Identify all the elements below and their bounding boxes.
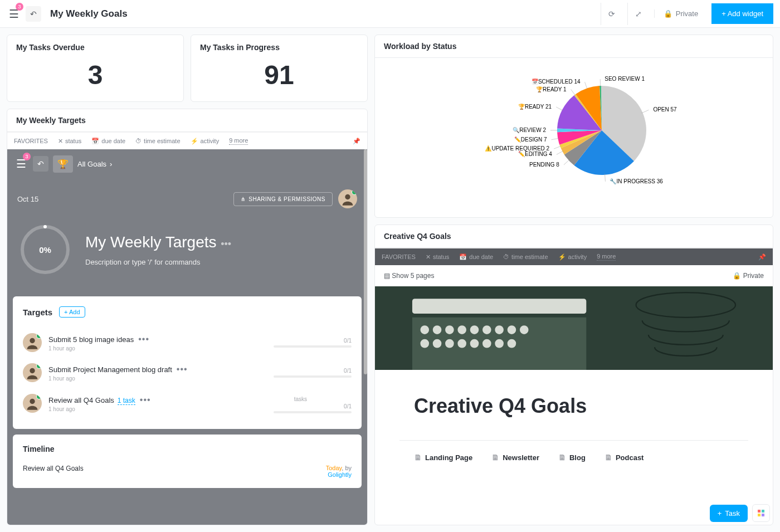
col-status[interactable]: ✕status	[426, 253, 449, 261]
lock-icon: 🔒	[664, 9, 672, 18]
timeline-meta: Today, byGolightly	[326, 465, 352, 478]
trophy-button[interactable]: 🏆	[53, 155, 73, 173]
pie-chart: SEO REVIEW 1OPEN 57🔧IN PROGRESS 36PENDIN…	[418, 64, 730, 203]
favorites-label[interactable]: FAVORITES	[382, 253, 416, 260]
favorites-label[interactable]: FAVORITES	[14, 138, 48, 144]
sharing-button[interactable]: ⋔SHARING & PERMISSIONS	[233, 192, 333, 206]
document-icon: 🗎	[604, 453, 612, 462]
svg-line-14	[585, 82, 588, 89]
pie-label: 🏆READY 1	[536, 86, 567, 93]
svg-point-1	[30, 338, 35, 343]
svg-point-27	[420, 339, 429, 348]
more-icon[interactable]: •••	[140, 395, 151, 404]
svg-rect-37	[758, 514, 760, 516]
document-icon: 🗎	[414, 453, 422, 462]
more-icon[interactable]: •••	[177, 364, 188, 374]
add-widget-button[interactable]: + Add widget	[711, 3, 773, 24]
pin-icon[interactable]: 📌	[758, 253, 766, 261]
q4-goals-card: Creative Q4 Goals FAVORITES ✕status 📅due…	[374, 224, 773, 525]
col-more[interactable]: 9 more	[229, 137, 248, 145]
page-title: My Weekly Goals	[50, 8, 128, 19]
svg-point-21	[457, 325, 466, 334]
col-due[interactable]: 📅due date	[459, 253, 493, 261]
target-progress: 0/1	[274, 368, 352, 374]
doc-link[interactable]: 🗎Landing Page	[414, 453, 472, 462]
svg-line-8	[557, 151, 563, 155]
scrollbar[interactable]	[364, 149, 367, 374]
stat-overdue[interactable]: My Tasks Overdue 3	[7, 35, 184, 102]
menu-button[interactable]: ☰3	[7, 5, 21, 23]
svg-point-26	[520, 325, 529, 334]
privacy-button[interactable]: 🔒Private	[654, 9, 707, 18]
target-name: Submit Project Management blog draft•••	[48, 364, 188, 374]
app-header: ☰3 ↶ My Weekly Goals ⟳ ⤢ 🔒Private + Add …	[0, 0, 780, 28]
col-more[interactable]: 9 more	[597, 253, 616, 261]
more-icon[interactable]: •••	[138, 334, 149, 344]
goal-date: Oct 15	[17, 195, 38, 203]
svg-point-3	[30, 399, 35, 404]
stat-value: 3	[16, 60, 174, 90]
target-progress: 0/1	[274, 338, 352, 344]
doc-link[interactable]: 🗎Newsletter	[491, 453, 539, 462]
header-badge: 3	[16, 3, 23, 11]
refresh-button[interactable]: ⟳	[601, 3, 623, 25]
timeline-card: Timeline Review all Q4 Goals Today, byGo…	[13, 435, 362, 488]
svg-point-34	[508, 339, 516, 348]
pie-label: ✏️EDITING 4	[518, 150, 552, 158]
goal-menu-button[interactable]: ☰3	[14, 155, 28, 173]
col-activity[interactable]: ⚡activity	[558, 253, 587, 261]
svg-rect-16	[412, 299, 586, 314]
col-time[interactable]: ⏱time estimate	[503, 253, 548, 260]
svg-point-19	[433, 325, 442, 334]
pin-icon[interactable]: 📌	[353, 138, 360, 145]
doc-title[interactable]: Creative Q4 Goals	[375, 370, 773, 429]
col-activity[interactable]: ⚡activity	[191, 138, 220, 145]
back-button[interactable]: ↶	[26, 6, 41, 22]
goal-description[interactable]: Description or type '/' for commands	[85, 258, 231, 266]
share-icon: ⋔	[241, 196, 246, 202]
avatar[interactable]	[338, 189, 357, 208]
goal-back-button[interactable]: ↶	[33, 156, 48, 172]
svg-point-18	[420, 325, 429, 334]
svg-point-2	[30, 368, 35, 373]
pie-label: ✏️DESIGN 7	[514, 136, 547, 143]
col-status[interactable]: ✕status	[58, 138, 81, 145]
all-goals-breadcrumb[interactable]: All Goals›	[77, 160, 112, 168]
col-due[interactable]: 📅due date	[91, 138, 125, 145]
target-row[interactable]: Submit Project Management blog draft•••1…	[23, 358, 352, 388]
target-name: Review all Q4 Goals1 task•••	[48, 395, 151, 405]
pie-label: PENDING 8	[529, 162, 559, 168]
apps-button[interactable]	[752, 504, 770, 522]
fullscreen-button[interactable]: ⤢	[627, 3, 650, 25]
col-time[interactable]: ⏱time estimate	[135, 138, 180, 144]
new-task-button[interactable]: +Task	[710, 505, 748, 522]
chevron-right-icon: ›	[110, 160, 112, 168]
svg-point-33	[495, 339, 504, 348]
target-timestamp: 1 hour ago	[48, 375, 188, 382]
pie-label: 🔍REVIEW 2	[513, 126, 546, 134]
target-row[interactable]: Review all Q4 Goals1 task•••1 hour agota…	[23, 388, 352, 419]
svg-point-29	[445, 339, 454, 348]
target-row[interactable]: Submit 5 blog image ideas•••1 hour ago0/…	[23, 328, 352, 358]
document-icon: 🗎	[491, 453, 499, 462]
show-pages-toggle[interactable]: ▤ Show 5 pages	[384, 272, 434, 280]
target-timestamp: 1 hour ago	[48, 406, 151, 412]
timeline-item[interactable]: Review all Q4 Goals	[23, 465, 84, 478]
avatar	[23, 333, 42, 352]
svg-line-10	[552, 138, 559, 140]
banner-image	[375, 286, 773, 370]
progress-bar	[274, 411, 352, 413]
add-target-button[interactable]: + Add	[59, 306, 85, 318]
stat-title: My Tasks Overdue	[16, 43, 174, 52]
stat-inprogress[interactable]: My Tasks in Progress 91	[191, 35, 368, 102]
svg-line-7	[564, 159, 569, 164]
target-name: Submit 5 blog image ideas•••	[48, 334, 149, 344]
svg-point-28	[433, 339, 442, 348]
doc-link[interactable]: 🗎Podcast	[604, 453, 644, 462]
widget-toolbar: FAVORITES ✕status 📅due date ⏱time estima…	[7, 132, 367, 149]
task-link[interactable]: 1 task	[118, 397, 135, 405]
card-title: Workload by Status	[375, 35, 773, 58]
weekly-targets-card: My Weekly Targets FAVORITES ✕status 📅due…	[7, 109, 368, 525]
doc-link[interactable]: 🗎Blog	[558, 453, 586, 462]
card-title: Creative Q4 Goals	[375, 225, 773, 248]
